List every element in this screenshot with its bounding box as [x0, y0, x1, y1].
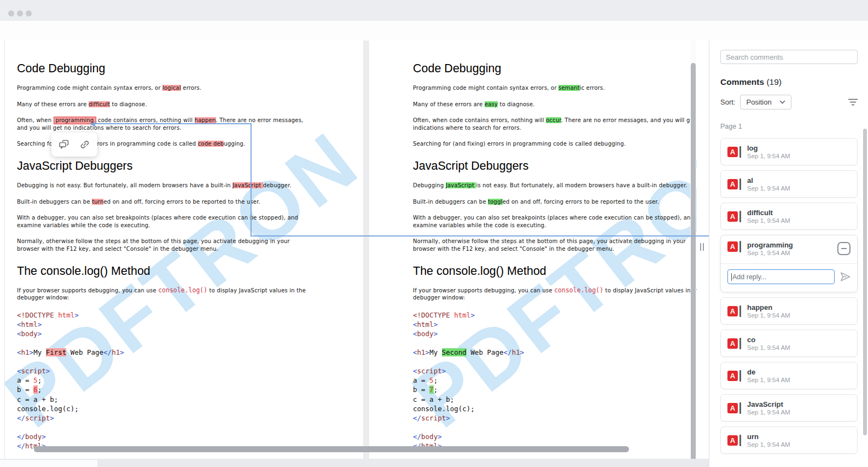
scrollbar-thumb[interactable]: [691, 63, 696, 466]
text-segment: Many of these errors are: [413, 101, 485, 107]
code-line: <body>: [413, 329, 697, 338]
doc-line: examine variables while the code is exec…: [17, 222, 363, 229]
reply-placeholder: Add reply...: [732, 273, 766, 281]
comment-card-programming[interactable]: AprogrammingSep 1, 9:54 AMAdd reply...: [720, 235, 858, 292]
text-segment: </: [413, 414, 421, 422]
comment-card-co[interactable]: AcoSep 1, 9:54 AM: [720, 330, 858, 357]
doc-line: Debugging JavaScript is not easy. But fo…: [413, 182, 697, 189]
text-annotation-icon: A: [727, 370, 741, 382]
doc-line: With a debugger, you can also set breakp…: [413, 214, 697, 222]
text-segment: >: [438, 433, 442, 441]
text-segment: console.log(c);: [17, 405, 79, 413]
send-reply-icon[interactable]: [839, 270, 852, 283]
diff-highlight[interactable]: Second: [442, 348, 467, 356]
text-segment: to diagnose.: [498, 101, 535, 107]
comment-icon[interactable]: [57, 138, 71, 151]
doc-paragraph: Debugging is not easy. But fortunately, …: [17, 182, 363, 189]
text-segment: >: [442, 367, 446, 375]
filter-icon[interactable]: [848, 99, 858, 106]
diff-highlight[interactable]: 7: [429, 385, 434, 394]
text-segment: debugger window:: [413, 295, 465, 301]
doc-line: Programming code might contain syntax er…: [17, 84, 363, 92]
diff-highlight[interactable]: code: [198, 141, 213, 147]
comment-card-javascript[interactable]: AJavaScriptSep 1, 9:54 AM: [720, 394, 858, 422]
code-line: console.log(c);: [413, 404, 697, 413]
diff-highlight[interactable]: turn: [92, 199, 103, 205]
collapse-comment-button[interactable]: [837, 242, 850, 255]
document-horizontal-scrollbar[interactable]: [34, 446, 629, 452]
document-vertical-scrollbar[interactable]: [690, 41, 696, 467]
diff-highlight[interactable]: happen: [195, 117, 216, 123]
text-segment: Often, when code contains errors, nothin…: [413, 117, 546, 123]
doc-paragraph: Programming code might contain syntax er…: [413, 84, 697, 92]
text-segment: code contains errors, nothing will: [96, 117, 195, 123]
panel-splitter[interactable]: [697, 41, 709, 467]
text-segment: . There are no error messages,: [216, 117, 304, 123]
text-segment: indications where to search for errors.: [413, 125, 521, 131]
code-line: <script>: [413, 366, 697, 376]
text-segment: body: [21, 330, 38, 338]
diff-highlight[interactable]: difficult: [89, 101, 110, 107]
comment-card-urn[interactable]: AurnSep 1, 9:54 AM: [720, 426, 858, 454]
doc-paragraph: If your browser supports debugging, you …: [17, 287, 363, 302]
doc-line: Many of these errors are easy to diagnos…: [413, 101, 697, 108]
doc-line: debugger window:: [17, 294, 363, 302]
search-comments-input[interactable]: Search comments: [720, 50, 858, 64]
diff-highlight[interactable]: toggl: [488, 199, 503, 205]
comment-card-difficult[interactable]: AdifficultSep 1, 9:54 AM: [720, 203, 858, 230]
document-page-right[interactable]: PDFTRONCode DebuggingProgramming code mi…: [369, 41, 697, 467]
window-close-button[interactable]: [8, 10, 14, 16]
comment-timestamp: Sep 1, 9:54 AM: [747, 217, 790, 224]
code-line: c = a + b;: [17, 395, 363, 404]
comment-text: alSep 1, 9:54 AM: [747, 176, 790, 192]
text-segment: <!DOCTYPE: [413, 311, 450, 319]
window-minimize-button[interactable]: [17, 10, 23, 16]
comment-card-log[interactable]: AlogSep 1, 9:54 AM: [720, 138, 858, 165]
diff-highlight[interactable]: easy: [485, 101, 498, 107]
document-page-left[interactable]: PDFTRONCode DebuggingProgramming code mi…: [4, 41, 363, 467]
text-segment: If your browser supports debugging, you …: [17, 287, 158, 293]
text-segment: With a debugger, you can also set breakp…: [413, 215, 694, 221]
add-reply-input[interactable]: Add reply...: [727, 269, 835, 284]
diff-highlight[interactable]: 6: [33, 385, 38, 394]
window-zoom-button[interactable]: [26, 10, 32, 16]
comment-text: urnSep 1, 9:54 AM: [747, 433, 790, 448]
comment-title: programming: [747, 241, 793, 249]
comment-card-de[interactable]: AdeSep 1, 9:54 AM: [720, 362, 858, 389]
diff-highlight[interactable]: logical: [162, 85, 181, 91]
link-icon[interactable]: [78, 138, 91, 151]
selected-diff-highlight[interactable]: programming: [54, 117, 96, 124]
doc-heading: Code Debugging: [17, 61, 363, 76]
code-line: [17, 338, 363, 348]
diff-highlight[interactable]: First: [46, 348, 67, 356]
text-segment: Debugging: [413, 182, 446, 188]
text-segment: Debugging is not easy. But fortunately, …: [17, 182, 232, 188]
text-segment: With a debugger, you can also set breakp…: [17, 215, 298, 221]
doc-paragraph: Normally, otherwise follow the steps at …: [17, 238, 363, 252]
panel-scrollbar-thumb[interactable]: [863, 129, 867, 435]
diff-highlight[interactable]: semant: [558, 85, 580, 91]
code-line: </body>: [17, 432, 363, 441]
comment-title: difficult: [747, 209, 790, 217]
code-line: <script>: [17, 366, 363, 376]
diff-highlight[interactable]: JavaScript: [446, 182, 476, 188]
text-segment: body: [421, 433, 438, 441]
comment-card-happen[interactable]: AhappenSep 1, 9:54 AM: [720, 297, 858, 325]
text-segment: Programming code might contain syntax er…: [413, 85, 558, 91]
comment-title: urn: [747, 433, 790, 441]
sort-value: Position: [746, 98, 771, 106]
comment-timestamp: Sep 1, 9:54 AM: [747, 376, 790, 384]
text-segment: browser with the F12 key, and select "Co…: [17, 246, 218, 252]
splitter-handle-icon[interactable]: [700, 243, 704, 251]
text-segment: h1: [512, 348, 520, 356]
comment-title: de: [747, 368, 790, 376]
document-viewport[interactable]: PDFTRONCode DebuggingProgramming code mi…: [0, 41, 697, 467]
diff-highlight[interactable]: deb: [213, 141, 224, 147]
comment-title: happen: [747, 303, 790, 312]
comment-card-al[interactable]: AalSep 1, 9:54 AM: [720, 170, 858, 198]
diff-highlight[interactable]: JavaScript: [232, 182, 263, 188]
diff-highlight[interactable]: occur: [546, 117, 561, 123]
comment-text: difficultSep 1, 9:54 AM: [747, 209, 790, 224]
sort-select[interactable]: Position: [740, 95, 791, 109]
text-segment: body: [417, 330, 434, 338]
